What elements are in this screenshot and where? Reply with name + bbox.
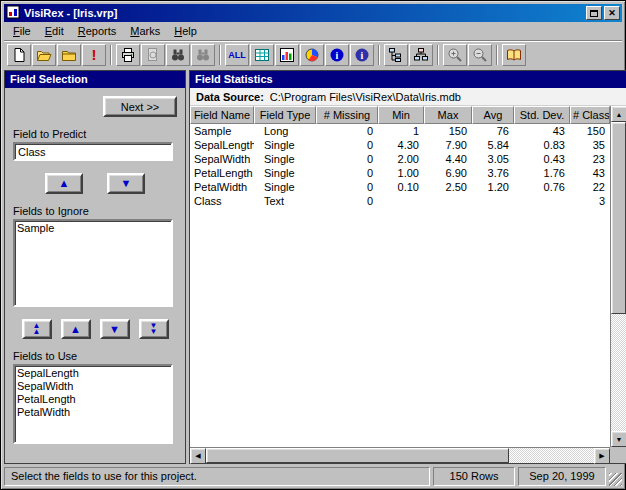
cell-field-name: PetalLength <box>190 166 254 180</box>
list-item[interactable]: Sample <box>17 222 169 235</box>
find-icon[interactable] <box>166 44 190 66</box>
fields-to-use-label: Fields to Use <box>13 350 177 362</box>
all-records-button[interactable]: ALL <box>225 44 249 66</box>
print-preview-icon[interactable] <box>141 44 165 66</box>
menu-edit[interactable]: Edit <box>38 23 71 39</box>
cell-min <box>378 194 424 208</box>
status-row-count: 150 Rows <box>433 467 515 486</box>
cell-std-dev: 43 <box>514 124 570 138</box>
table-row[interactable]: PetalWidth Single 0 0.10 2.50 1.20 0.76 … <box>190 180 610 194</box>
cell-class: 22 <box>570 180 610 194</box>
list-item[interactable]: SepalWidth <box>17 380 169 393</box>
restore-icon <box>590 10 598 17</box>
horizontal-scroll-thumb[interactable] <box>206 448 509 463</box>
fields-to-ignore-list[interactable]: Sample <box>13 219 173 307</box>
cell-missing: 0 <box>316 166 378 180</box>
cell-missing: 0 <box>316 138 378 152</box>
cell-field-type: Single <box>254 152 316 166</box>
svg-text:i: i <box>361 50 364 61</box>
table-row[interactable]: PetalLength Single 0 1.00 6.90 3.76 1.76… <box>190 166 610 180</box>
move-one-down-icon[interactable]: ▼ <box>100 319 130 339</box>
menu-bar: File Edit Reports Marks Help <box>4 22 622 41</box>
zoom-in-icon[interactable] <box>443 44 467 66</box>
move-one-up-icon[interactable]: ▲ <box>61 319 91 339</box>
scroll-right-icon[interactable]: ▶ <box>594 448 610 464</box>
open-project-icon[interactable] <box>32 44 56 66</box>
horizontal-scroll-track[interactable] <box>206 448 594 463</box>
cell-max: 6.90 <box>424 166 472 180</box>
table-header-row: Field Name Field Type # Missing Min Max … <box>190 106 610 124</box>
new-document-icon[interactable] <box>7 44 31 66</box>
close-project-icon[interactable] <box>57 44 81 66</box>
cell-field-type: Long <box>254 124 316 138</box>
app-icon[interactable] <box>6 5 20 21</box>
cell-min: 0.10 <box>378 180 424 194</box>
cell-min: 2.00 <box>378 152 424 166</box>
vertical-scroll-thumb[interactable] <box>611 122 626 314</box>
column-header-class[interactable]: # Class... <box>570 106 610 124</box>
list-item[interactable]: PetalWidth <box>17 406 169 419</box>
column-header-missing[interactable]: # Missing <box>316 106 378 124</box>
cell-avg: 3.76 <box>472 166 514 180</box>
menu-file[interactable]: File <box>6 23 38 39</box>
scroll-down-icon[interactable]: ▼ <box>611 431 626 447</box>
column-header-field-name[interactable]: Field Name <box>190 106 254 124</box>
vertical-scroll-track[interactable] <box>611 122 626 431</box>
cell-avg: 76 <box>472 124 514 138</box>
cell-max: 4.40 <box>424 152 472 166</box>
fields-to-ignore-label: Fields to Ignore <box>13 205 177 217</box>
move-down-icon[interactable]: ▼ <box>107 173 145 194</box>
run-icon[interactable]: ! <box>82 44 106 66</box>
resize-grip[interactable] <box>609 473 622 486</box>
column-header-avg[interactable]: Avg <box>472 106 514 124</box>
restore-button[interactable] <box>586 6 602 20</box>
horizontal-scrollbar-row: ◀ ▶ <box>190 447 626 463</box>
cell-max: 150 <box>424 124 472 138</box>
column-header-field-type[interactable]: Field Type <box>254 106 316 124</box>
scroll-up-icon[interactable]: ▲ <box>611 106 626 122</box>
cell-missing: 0 <box>316 152 378 166</box>
move-all-down-icon[interactable]: ▼▼ <box>139 319 169 339</box>
column-header-std-dev[interactable]: Std. Dev. <box>514 106 570 124</box>
list-item[interactable]: SepalLength <box>17 367 169 380</box>
menu-help[interactable]: Help <box>167 23 204 39</box>
table-row[interactable]: SepalLength Single 0 4.30 7.90 5.84 0.83… <box>190 138 610 152</box>
next-button[interactable]: Next >> <box>103 96 177 117</box>
project-info-icon[interactable]: i <box>350 44 374 66</box>
tree-view-icon[interactable] <box>384 44 408 66</box>
rule-tree-icon[interactable] <box>409 44 433 66</box>
cell-std-dev: 0.43 <box>514 152 570 166</box>
bar-chart-icon[interactable] <box>275 44 299 66</box>
scroll-left-icon[interactable]: ◀ <box>190 448 206 464</box>
column-header-max[interactable]: Max <box>424 106 472 124</box>
move-all-up-icon[interactable]: ▲▲ <box>22 319 52 339</box>
table-row[interactable]: SepalWidth Single 0 2.00 4.40 3.05 0.43 … <box>190 152 610 166</box>
cell-avg: 5.84 <box>472 138 514 152</box>
menu-reports[interactable]: Reports <box>71 23 124 39</box>
table-row[interactable]: Sample Long 0 1 150 76 43 150 <box>190 124 610 138</box>
column-header-min[interactable]: Min <box>378 106 424 124</box>
svg-text:i: i <box>336 50 339 61</box>
table-row[interactable]: Class Text 0 3 <box>190 194 610 208</box>
cell-field-type: Single <box>254 166 316 180</box>
cell-missing: 0 <box>316 180 378 194</box>
menu-marks[interactable]: Marks <box>123 23 167 39</box>
cell-field-type: Single <box>254 180 316 194</box>
find-next-icon[interactable] <box>191 44 215 66</box>
print-icon[interactable] <box>116 44 140 66</box>
move-up-icon[interactable]: ▲ <box>45 173 83 194</box>
list-item[interactable]: PetalLength <box>17 393 169 406</box>
field-to-predict-input[interactable] <box>13 142 173 161</box>
horizontal-scrollbar[interactable]: ◀ ▶ <box>190 447 610 463</box>
transfer-arrow-buttons: ▲▲ ▲ ▼ ▼▼ <box>13 319 177 339</box>
pie-chart-icon[interactable] <box>300 44 324 66</box>
cell-max: 2.50 <box>424 180 472 194</box>
toolbar-separator <box>496 45 498 65</box>
zoom-out-icon[interactable] <box>468 44 492 66</box>
help-book-icon[interactable] <box>502 44 526 66</box>
vertical-scrollbar[interactable]: ▲ ▼ <box>610 106 626 447</box>
close-button[interactable]: ✕ <box>604 6 620 20</box>
statistics-info-icon[interactable]: i <box>325 44 349 66</box>
data-grid-icon[interactable] <box>250 44 274 66</box>
fields-to-use-list[interactable]: SepalLength SepalWidth PetalLength Petal… <box>13 364 173 444</box>
